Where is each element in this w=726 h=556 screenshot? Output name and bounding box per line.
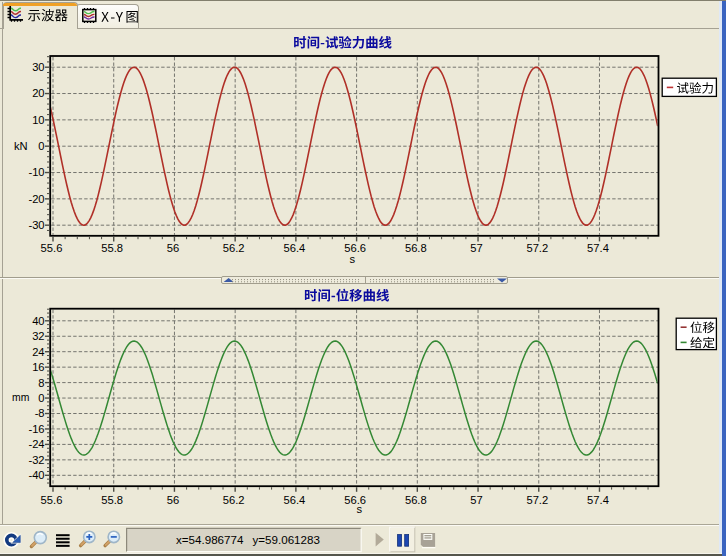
svg-text:56.8: 56.8 xyxy=(405,242,427,254)
svg-text:s: s xyxy=(357,503,363,515)
svg-text:-40: -40 xyxy=(28,469,44,481)
svg-text:0: 0 xyxy=(38,140,44,152)
svg-text:-24: -24 xyxy=(28,438,44,450)
svg-text:56: 56 xyxy=(167,494,179,506)
svg-text:56.4: 56.4 xyxy=(284,242,306,254)
svg-text:16: 16 xyxy=(32,361,44,373)
svg-text:55.6: 55.6 xyxy=(41,494,63,506)
svg-text:y=59.061283: y=59.061283 xyxy=(253,533,320,546)
svg-text:s: s xyxy=(350,253,356,265)
svg-text:0: 0 xyxy=(38,392,44,404)
svg-text:kN: kN xyxy=(14,140,28,152)
svg-text:56.2: 56.2 xyxy=(223,242,245,254)
svg-text:57: 57 xyxy=(470,494,482,506)
svg-text:56.6: 56.6 xyxy=(344,494,366,506)
svg-text:24: 24 xyxy=(32,346,44,358)
svg-text:55.8: 55.8 xyxy=(101,494,123,506)
svg-text:56.4: 56.4 xyxy=(284,494,306,506)
svg-text:8: 8 xyxy=(38,377,44,389)
svg-text:20: 20 xyxy=(32,87,44,99)
svg-text:55.6: 55.6 xyxy=(41,242,63,254)
svg-text:-10: -10 xyxy=(28,166,44,178)
svg-text:57: 57 xyxy=(470,242,482,254)
svg-text:56.8: 56.8 xyxy=(405,494,427,506)
svg-text:-32: -32 xyxy=(28,454,44,466)
svg-text:57.2: 57.2 xyxy=(526,494,548,506)
svg-text:57.4: 57.4 xyxy=(587,242,609,254)
svg-text:-8: -8 xyxy=(35,407,45,419)
svg-text:40: 40 xyxy=(32,315,44,327)
svg-text:-30: -30 xyxy=(28,219,44,231)
svg-text:mm: mm xyxy=(12,392,29,403)
svg-text:30: 30 xyxy=(32,61,44,73)
svg-text:-16: -16 xyxy=(28,423,44,435)
svg-text:32: 32 xyxy=(32,330,44,342)
svg-text:56: 56 xyxy=(167,242,179,254)
svg-text:57.2: 57.2 xyxy=(526,242,548,254)
svg-text:-20: -20 xyxy=(28,193,44,205)
svg-text:56.6: 56.6 xyxy=(344,242,366,254)
svg-text:x=54.986774: x=54.986774 xyxy=(176,533,244,546)
svg-text:57.4: 57.4 xyxy=(587,494,609,506)
svg-text:55.8: 55.8 xyxy=(101,242,123,254)
svg-text:56.2: 56.2 xyxy=(223,494,245,506)
svg-text:10: 10 xyxy=(32,114,44,126)
